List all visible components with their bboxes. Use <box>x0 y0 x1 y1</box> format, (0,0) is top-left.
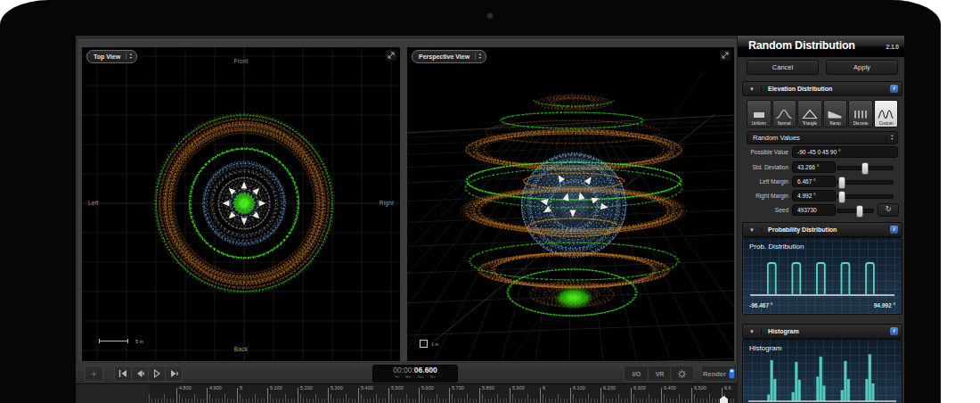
left-margin-slider[interactable] <box>837 180 894 185</box>
collapse-triangle-icon[interactable]: ▼ <box>743 227 762 233</box>
panel-version: 2.1.0 <box>886 44 899 50</box>
view-selector-left[interactable]: Top View ▲▼ <box>86 50 137 63</box>
histogram-graph: Histogram <box>742 339 902 403</box>
possible-value-input[interactable]: -90 -45 0 45 90 ° <box>792 146 898 158</box>
apply-button[interactable]: Apply <box>826 60 898 75</box>
std-deviation-slider[interactable] <box>837 166 894 170</box>
section-header-elevation[interactable]: ▼ Elevation Distribution i <box>742 81 902 96</box>
app-screen: Top View ▲▼ Front Left Right Back 5 m <box>76 36 904 403</box>
ruler-label: 6.300 <box>633 385 646 391</box>
camera-dot <box>486 12 494 20</box>
triangle-icon <box>801 108 819 119</box>
viewport-frame: Top View ▲▼ Front Left Right Back 5 m <box>78 39 737 362</box>
seed-slider[interactable] <box>837 209 874 213</box>
ruler-major-tick <box>237 388 238 403</box>
probability-graph: Prob. Distribution -96.467 ° 94.992 ° <box>742 237 902 315</box>
seed-refresh-button[interactable]: ↻ <box>878 203 899 217</box>
ruler-label: 6.400 <box>664 385 676 391</box>
histogram-graph-label: Histogram <box>749 344 781 352</box>
right-margin-input[interactable]: 4.992 ° <box>792 190 836 202</box>
ruler-label: 5.700 <box>452 385 464 391</box>
ruler-major-tick <box>328 388 329 403</box>
random-values-dropdown[interactable]: Random Values ▲▼ <box>747 131 898 144</box>
type-button-discrete[interactable]: Discrete <box>848 100 873 127</box>
type-button-custom[interactable]: Custom <box>874 100 899 127</box>
section-header-histogram[interactable]: ▼ Histogram i <box>742 324 902 339</box>
io-button[interactable]: I/O <box>624 366 649 382</box>
view-selector-right[interactable]: Perspective View ▲▼ <box>412 50 486 63</box>
collapse-triangle-icon[interactable]: ▼ <box>743 86 762 92</box>
info-icon[interactable]: i <box>890 85 898 93</box>
step-back-button[interactable] <box>131 366 149 382</box>
slider-thumb[interactable] <box>838 177 845 189</box>
ruler-label: 6.100 <box>573 385 585 391</box>
slider-thumb[interactable] <box>856 205 863 218</box>
selector-arrows-icon: ▲▼ <box>126 53 136 60</box>
ruler-label: 6.200 <box>603 385 616 391</box>
slider-thumb[interactable] <box>838 191 845 203</box>
time-display: 00:00:06.600 HrMinSecMs <box>372 365 458 382</box>
right-margin-label: Right Margin <box>738 193 788 199</box>
x-min-label: -96.467 ° <box>749 302 772 308</box>
time-secms: 06.600 <box>414 366 437 374</box>
type-button-uniform[interactable]: Uniform <box>747 100 772 127</box>
section-title: Elevation Distribution <box>762 86 890 92</box>
time-units: HrMinSecMs <box>373 374 457 379</box>
info-icon[interactable]: i <box>890 327 898 335</box>
render-button[interactable]: Render <box>701 366 737 382</box>
left-margin-label: Left Margin <box>738 178 788 185</box>
section-header-probability[interactable]: ▼ Probability Distribution i <box>742 222 902 237</box>
viewport-perspective[interactable]: Perspective View ▲▼ 1 m <box>407 47 734 361</box>
skip-start-button[interactable] <box>114 366 132 382</box>
render-queue-icon <box>729 368 735 379</box>
dropdown-arrows-icon: ▲▼ <box>886 135 897 141</box>
collapse-triangle-icon[interactable]: ▼ <box>743 329 762 334</box>
x-max-label: 94.992 ° <box>874 302 895 308</box>
top-view-canvas[interactable] <box>82 47 400 361</box>
cancel-button[interactable]: Cancel <box>747 60 819 75</box>
ruler-major-tick <box>298 388 298 403</box>
section-title: Histogram <box>762 328 890 334</box>
timeline-ruler[interactable]: 4.8004.90055.1005.2005.3005.4005.5005.60… <box>76 383 737 403</box>
right-margin-row: Right Margin 4.992 ° <box>738 190 904 202</box>
scale-label: 1 m <box>431 341 438 347</box>
left-margin-input[interactable]: 6.467 ° <box>792 176 836 187</box>
ruler-major-tick <box>661 388 662 403</box>
axis-label-right: Right <box>380 200 394 206</box>
settings-gear-button[interactable] <box>670 366 694 382</box>
axis-label-left: Left <box>88 200 99 206</box>
ruler-major-tick <box>207 388 208 403</box>
seed-input[interactable]: 493730 <box>792 204 836 216</box>
add-button[interactable]: + <box>85 366 103 382</box>
axis-label-front: Front <box>233 58 248 64</box>
ruler-major-tick <box>479 388 480 403</box>
slider-thumb[interactable] <box>862 162 869 175</box>
type-button-normal[interactable]: Normal <box>772 100 797 127</box>
panel-titlebar: Random Distribution 2.1.0 <box>738 36 904 57</box>
distribution-type-bar: Uniform Normal Triangle Ramp Discrete <box>747 100 898 127</box>
step-forward-button[interactable] <box>165 366 183 382</box>
type-button-ramp[interactable]: Ramp <box>823 100 848 127</box>
ruler-major-tick <box>510 388 510 403</box>
expand-icon[interactable] <box>720 50 731 61</box>
seed-label: Seed <box>738 207 788 213</box>
std-deviation-input[interactable]: 43.266 ° <box>792 161 836 173</box>
right-margin-slider[interactable] <box>837 194 894 199</box>
expand-icon[interactable] <box>386 50 396 61</box>
vr-button[interactable]: VR <box>648 366 672 382</box>
ruler-label: 4.800 <box>179 385 192 391</box>
ruler-major-tick <box>388 388 389 403</box>
ruler-major-tick <box>419 388 420 403</box>
panel-title: Random Distribution <box>748 39 855 52</box>
ruler-label: 6.6 <box>724 385 731 391</box>
info-icon[interactable]: i <box>890 226 898 234</box>
type-button-triangle[interactable]: Triangle <box>797 100 822 127</box>
probability-graph-label: Prob. Distribution <box>749 243 804 251</box>
play-button[interactable] <box>148 366 166 382</box>
perspective-canvas[interactable] <box>407 47 734 361</box>
axis-label-back: Back <box>234 346 248 352</box>
ruler-label: 5.400 <box>361 385 373 391</box>
ruler-major-tick <box>570 388 571 403</box>
std-deviation-label: Std. Deviation <box>738 164 788 170</box>
viewport-top-view[interactable]: Top View ▲▼ Front Left Right Back 5 m <box>82 47 400 361</box>
